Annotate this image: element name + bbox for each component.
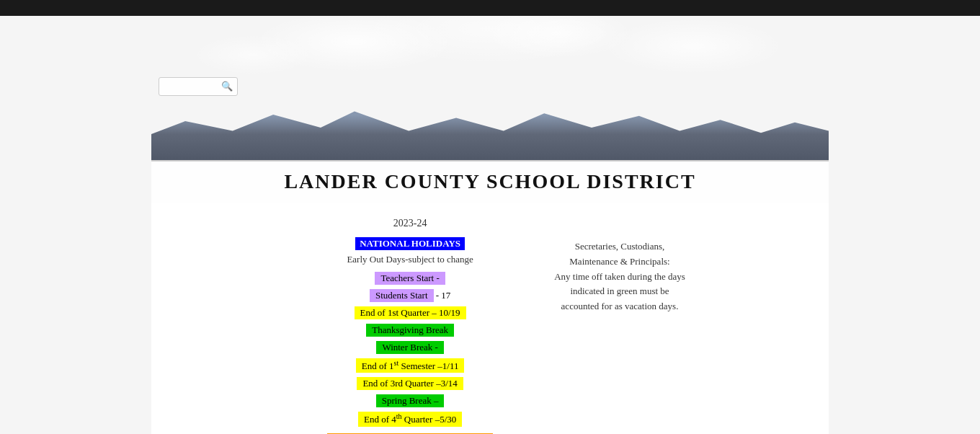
year-label: 2023-24 bbox=[393, 218, 427, 229]
winter-break-label: Winter Break - bbox=[376, 341, 443, 354]
hero-image: 🔍 bbox=[151, 16, 829, 160]
school-title: LANDER COUNTY SCHOOL DISTRICT bbox=[151, 170, 829, 193]
students-start-label: Students Start bbox=[370, 289, 434, 302]
calendar-section: 2023-24 NATIONAL HOLIDAYS Early Out Days… bbox=[295, 218, 525, 434]
side-note-line3: Any time off taken during the days bbox=[554, 270, 685, 285]
side-note-line1: Secretaries, Custodians, bbox=[554, 239, 685, 254]
main-content: 2023-24 NATIONAL HOLIDAYS Early Out Days… bbox=[151, 203, 829, 434]
school-title-banner: LANDER COUNTY SCHOOL DISTRICT bbox=[151, 160, 829, 203]
spring-break-label: Spring Break – bbox=[376, 394, 445, 407]
end-q4-row: End of 4th Quarter –5/30 bbox=[295, 412, 525, 426]
national-holidays-row: NATIONAL HOLIDAYS bbox=[295, 237, 525, 252]
side-note-line5: accounted for as vacation days. bbox=[554, 299, 685, 314]
students-start-row: Students Start - 17 bbox=[295, 289, 525, 302]
early-out-text: Early Out Days-subject to change bbox=[347, 254, 473, 265]
end-q1-row: End of 1st Quarter – 10/19 bbox=[295, 306, 525, 319]
end-q1-label: End of 1st Quarter – 10/19 bbox=[355, 306, 466, 319]
teachers-start-label: Teachers Start - bbox=[375, 272, 445, 285]
end-q3-row: End of 3rd Quarter –3/14 bbox=[295, 377, 525, 390]
top-bar bbox=[0, 0, 980, 16]
side-note-line2: Maintenance & Principals: bbox=[554, 254, 685, 270]
end-q3-label: End of 3rd Quarter –3/14 bbox=[357, 377, 463, 390]
spring-break-row: Spring Break – bbox=[295, 394, 525, 407]
end-sem1-row: End of 1st Semester –1/11 bbox=[295, 358, 525, 373]
side-note-line4: indicated in green must be bbox=[554, 284, 685, 299]
students-out-row: Students out – May 30 bbox=[295, 431, 525, 434]
end-sem1-label: End of 1st Semester –1/11 bbox=[356, 358, 465, 373]
winter-break-row: Winter Break - bbox=[295, 341, 525, 354]
hero-background bbox=[151, 16, 829, 160]
thanksgiving-label: Thanksgiving Break bbox=[366, 324, 454, 337]
national-holidays-badge: NATIONAL HOLIDAYS bbox=[355, 237, 465, 250]
search-icon: 🔍 bbox=[221, 81, 233, 92]
students-start-number: - 17 bbox=[434, 290, 451, 301]
search-input[interactable] bbox=[164, 81, 221, 92]
search-bar[interactable]: 🔍 bbox=[159, 77, 238, 96]
thanksgiving-row: Thanksgiving Break bbox=[295, 324, 525, 337]
side-notes: Secretaries, Custodians, Maintenance & P… bbox=[554, 218, 685, 434]
end-q4-label: End of 4th Quarter –5/30 bbox=[358, 412, 462, 426]
teachers-start-row: Teachers Start - bbox=[295, 272, 525, 285]
